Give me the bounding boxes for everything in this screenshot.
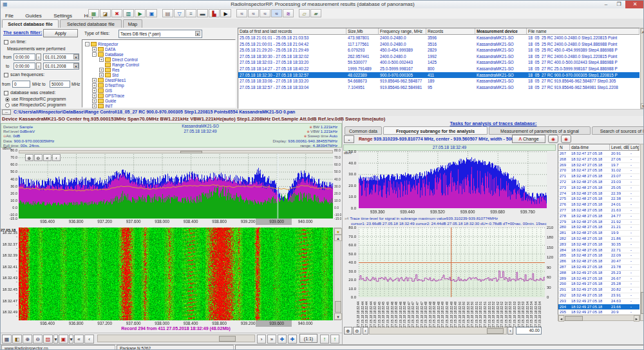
file-row[interactable]: 27.05.18 18:14:27 - 27.05.18 18:40:22199… (238, 66, 639, 72)
scrollbar-thumb[interactable] (641, 292, 644, 314)
file-row[interactable]: 25.05.18 21:29:20 - 25.05.18 21:29:496.0… (238, 47, 639, 53)
scale-1-1-button[interactable]: (1:1) (299, 334, 317, 343)
tree-item-data[interactable]: +DATA (92, 46, 115, 52)
scroll-left-icon[interactable]: ‹ (363, 327, 368, 335)
zoom-in-icon[interactable]: ⊕ (344, 327, 352, 335)
tree-expand-icon[interactable]: + (99, 57, 104, 62)
record-up-icon[interactable]: ↑ (320, 335, 329, 344)
date-to-dropdown-icon[interactable]: ▼ (73, 63, 79, 68)
task-tab-1[interactable]: Frequency subrange for the analysis (383, 126, 488, 135)
grid-icon[interactable]: ▦ (2, 335, 12, 344)
scan-frequencies-checkbox[interactable] (4, 73, 8, 77)
chart-small-1-icon[interactable]: ▱ (299, 9, 310, 17)
task-tab-0[interactable]: Common data (345, 126, 382, 135)
search-filter-link[interactable]: The search filter: (3, 30, 42, 35)
file-column-header[interactable]: Size,Mb (346, 28, 379, 35)
fast-next-icon[interactable]: » (267, 335, 276, 344)
dropdown-icon[interactable]: ▾ (69, 335, 73, 344)
prev-icon[interactable]: ‹ (84, 335, 94, 344)
zoom-out-icon[interactable]: ⊖ (34, 154, 43, 161)
file-row[interactable]: 27.05.18 18:33:06 - 27.05.18 18:33:2054.… (238, 78, 639, 84)
main-spectrum-hscrollbar[interactable] (19, 150, 333, 153)
trace-view-active-icon[interactable]: ≈ (271, 9, 282, 17)
scrollbar-thumb[interactable] (487, 328, 504, 334)
freq-from-input[interactable]: 0 (12, 81, 30, 88)
tree-expand-icon[interactable]: + (92, 88, 97, 93)
file-row[interactable]: 25.05.18 21:00:01 - 25.05.18 21:04:42117… (238, 41, 639, 48)
pan-right-icon[interactable]: ✚ (288, 335, 297, 344)
scrollbar-thumb[interactable] (180, 151, 202, 153)
trace-view-3-icon[interactable]: ≈ (260, 9, 270, 17)
tree-item-res[interactable]: +Res (99, 67, 120, 72)
subrange-spectrum-canvas[interactable] (359, 151, 547, 208)
trace-edit-icon[interactable]: ≋ (283, 9, 294, 17)
signal-column-header[interactable]: data-time (570, 144, 610, 151)
save-red-icon[interactable]: ▣ (59, 335, 68, 344)
file-row[interactable]: 27.05.18 18:32:57 - 27.05.18 18:33:047.1… (238, 84, 639, 91)
trace-view-1-icon[interactable]: ≈ (236, 9, 247, 17)
tree-item-database[interactable]: -DataBase (92, 52, 124, 57)
change-button[interactable]: Λ Change (512, 135, 545, 143)
palette-icon[interactable]: ◧ (12, 335, 22, 344)
tree-expand-icon[interactable]: + (92, 83, 97, 88)
scroll-up-icon[interactable]: ▲ (641, 28, 644, 34)
file-column-header[interactable]: Measurement device (475, 28, 527, 35)
time-from-spinner[interactable]: ↕ (36, 53, 41, 61)
file-row[interactable]: 27.05.18 18:32:30 - 27.05.18 18:32:5748.… (238, 72, 639, 79)
date-from-dropdown-icon[interactable]: ▼ (73, 54, 79, 59)
maximize-button[interactable]: ❐ (612, 1, 625, 8)
tree-item-gpstrace[interactable]: +GPSTrace (92, 93, 124, 98)
tree-item-dtesttmp[interactable]: +DTestTmp (92, 83, 124, 88)
tree-expand-icon[interactable]: + (99, 73, 104, 77)
scroll-down-icon[interactable]: ▼ (334, 313, 342, 320)
freq-to-input[interactable]: 50000 (50, 81, 70, 88)
signal-column-header[interactable]: Longitude, (629, 144, 639, 151)
tree-item-dtestfiles1[interactable]: +DtestFiles1 (92, 77, 126, 83)
scrollbar-thumb[interactable] (565, 316, 583, 321)
waterfall-canvas[interactable] (19, 228, 333, 320)
task-tab-3[interactable]: Search of sources of hindrances (592, 126, 644, 135)
sort-icon[interactable]: ^ (636, 145, 638, 149)
import-database-icon[interactable]: ◪ (100, 9, 111, 17)
time-scrollbar[interactable] (369, 327, 507, 335)
zoom-out-icon[interactable]: ⊖ (353, 327, 361, 335)
file-row[interactable]: 25.05.18 21:01:01 - 25.05.18 21:03:53473… (238, 35, 639, 41)
dropdown-icon[interactable]: ▾ (53, 335, 58, 344)
tab-select-database-file[interactable]: Select database file (2, 19, 59, 28)
signal-column-header[interactable]: N (558, 144, 570, 151)
tree-item-rinspector[interactable]: -RInspector (85, 41, 118, 46)
prev-icon[interactable]: ‹ (52, 154, 61, 161)
subrange-forward-icon[interactable]: ◉ (561, 135, 571, 143)
chart-small-2-icon[interactable]: ▰ (310, 9, 321, 17)
file-column-header[interactable]: Frequency range, MHz (379, 28, 426, 35)
tree-expand-icon[interactable]: + (92, 104, 97, 108)
file-type-dropdown-icon[interactable]: ▼ (195, 31, 200, 36)
collapse-button[interactable]: -- (2, 110, 11, 115)
minimize-button[interactable]: – (600, 1, 612, 8)
play-record-icon[interactable]: ▶ (220, 9, 231, 17)
time-to-spinner[interactable]: ↕ (36, 63, 41, 70)
scrollbar-thumb[interactable] (219, 336, 236, 342)
database-created-checkbox[interactable] (4, 91, 8, 95)
tree-item-std[interactable]: +Std (99, 72, 118, 77)
tree-item-range-control[interactable]: Range Control (99, 62, 139, 67)
tree-item-init[interactable]: +INIT (92, 103, 113, 108)
archive-icon[interactable]: ▤ (162, 9, 173, 17)
delete-record-icon[interactable]: ✖ (111, 9, 122, 17)
file-column-header[interactable]: Records (426, 28, 475, 35)
open-database-icon[interactable]: ▦ (88, 9, 99, 17)
waterfall-vscrollbar[interactable]: ★ ▲ ▼ (334, 228, 341, 320)
pan-left-icon[interactable]: ✚ (278, 335, 287, 344)
tree-expand-icon[interactable]: - (85, 42, 90, 46)
radio-rinspectordc[interactable] (5, 103, 10, 108)
scroll-right-icon[interactable]: ► (634, 315, 639, 322)
time-to-input[interactable]: 0:00:00 (14, 63, 35, 70)
scroll-left-icon[interactable]: ◄ (558, 315, 564, 322)
file-row[interactable]: 27.05.18 18:30:30 - 27.05.18 18:32:02262… (238, 53, 639, 60)
chart-export-icon[interactable]: ▨ (43, 335, 53, 344)
signal-table-hscrollbar[interactable]: ◄ ► (558, 315, 640, 321)
sort-icon[interactable]: ≡ (185, 9, 196, 17)
zoom-in-icon[interactable]: ⊕ (23, 335, 32, 344)
tree-expand-icon[interactable]: + (92, 47, 97, 52)
save-database-icon[interactable]: ▣ (146, 9, 157, 17)
